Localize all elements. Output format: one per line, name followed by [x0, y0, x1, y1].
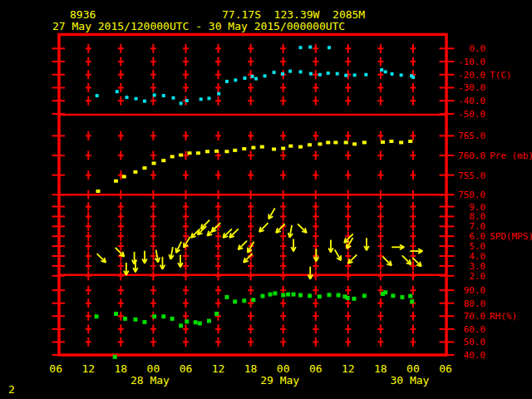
axis-tick-label: 765.0	[458, 131, 485, 141]
humidity-point	[318, 294, 322, 298]
temperature-point	[281, 72, 284, 76]
humidity-point	[346, 296, 350, 300]
axis-tick-label: 2.0	[469, 271, 485, 282]
axis-tick-label: 0.0	[469, 43, 485, 54]
axis-tick-label: -20.0	[458, 70, 485, 81]
axis-tick-label: 40.0	[464, 350, 486, 361]
hour-label: 12	[81, 362, 95, 375]
axis-unit-label: RH(%)	[490, 311, 517, 322]
temperature-point	[225, 80, 229, 83]
pressure-point	[381, 140, 385, 144]
humidity-point	[273, 291, 277, 295]
pressure-point	[214, 150, 219, 153]
pressure-point	[188, 151, 192, 155]
hour-label: 06	[180, 362, 193, 375]
plot-period: 27 May 2015/120000UTC - 30 May 2015/0000…	[52, 20, 345, 32]
page-number: 2	[8, 383, 15, 396]
temperature-point	[180, 101, 183, 105]
temperature-point	[162, 94, 165, 97]
temperature-point	[327, 71, 330, 75]
pressure-point	[326, 140, 330, 144]
pressure-point	[233, 149, 237, 152]
temperature-point	[309, 72, 313, 76]
pressure-point	[224, 150, 229, 153]
humidity-point	[328, 293, 332, 297]
axis-tick-label: 60.0	[464, 324, 486, 335]
axis-tick-label: 50.0	[464, 337, 486, 347]
pressure-point	[333, 140, 337, 144]
temperature-point	[200, 97, 203, 101]
pressure-point	[251, 146, 255, 150]
axis-tick-label: 90.0	[464, 285, 486, 296]
humidity-point	[408, 294, 412, 298]
humidity-point	[113, 355, 117, 359]
humidity-point	[123, 317, 127, 321]
temperature-point	[308, 46, 312, 49]
humidity-point	[308, 293, 312, 298]
temperature-point	[299, 46, 303, 49]
plot-background	[0, 0, 532, 399]
axis-tick-label: 80.0	[464, 298, 486, 309]
humidity-point	[391, 293, 395, 298]
axis-tick-label: -40.0	[458, 96, 485, 106]
humidity-point	[362, 293, 367, 298]
pressure-point	[362, 140, 367, 144]
temperature-point	[299, 70, 303, 73]
humidity-point	[95, 314, 99, 318]
pressure-point	[133, 170, 137, 174]
temperature-point	[234, 78, 237, 81]
temperature-point	[336, 72, 339, 76]
temperature-point	[273, 71, 276, 74]
pressure-point	[389, 140, 393, 143]
temperature-point	[153, 93, 156, 96]
temperature-point	[318, 73, 322, 76]
humidity-point	[214, 312, 219, 316]
temperature-point	[344, 74, 347, 77]
temperature-point	[116, 90, 119, 93]
day-label: 29 May	[260, 374, 299, 387]
hour-label: 18	[115, 362, 128, 375]
humidity-point	[194, 320, 198, 324]
hour-label: 12	[342, 362, 355, 375]
humidity-point	[233, 299, 237, 303]
temperature-point	[400, 73, 403, 76]
humidity-point	[142, 320, 146, 324]
temperature-point	[185, 99, 189, 102]
temperature-point	[207, 96, 210, 100]
station-location: 77.17S 123.39W 2085M	[222, 8, 365, 21]
pressure-point	[408, 140, 412, 143]
temperature-point	[135, 97, 138, 101]
axis-unit-label: SPD(MPS)	[490, 231, 532, 242]
humidity-point	[268, 293, 273, 297]
humidity-point	[298, 293, 303, 298]
timeseries-plot: 0.0-10.0-20.0-30.0-40.0-50.0T(C)765.0760…	[0, 0, 532, 399]
pressure-point	[298, 145, 303, 149]
pressure-point	[205, 150, 209, 153]
axis-unit-label: Pre (mb)	[490, 150, 532, 161]
axis-tick-label: -50.0	[458, 109, 485, 120]
pressure-point	[96, 190, 100, 193]
axis-tick-label: -30.0	[458, 82, 485, 93]
humidity-point	[400, 295, 404, 299]
pressure-point	[170, 155, 175, 158]
temperature-point	[125, 96, 128, 99]
pressure-point	[318, 142, 322, 145]
axis-tick-label: 755.0	[458, 170, 485, 181]
pressure-point	[352, 142, 357, 145]
temperature-point	[328, 46, 331, 49]
hour-label: 06	[309, 362, 323, 375]
pressure-point	[288, 145, 293, 148]
humidity-point	[251, 298, 255, 302]
humidity-point	[185, 319, 189, 323]
temperature-point	[251, 75, 254, 78]
humidity-point	[260, 294, 264, 298]
day-label: 30 May	[390, 374, 429, 387]
humidity-point	[281, 293, 285, 298]
humidity-point	[292, 293, 296, 297]
axis-tick-label: 760.0	[458, 150, 485, 161]
axis-tick-label: 70.0	[464, 311, 486, 322]
axis-tick-label: 750.0	[458, 190, 485, 200]
aws-plot-screen: 0.0-10.0-20.0-30.0-40.0-50.0T(C)765.0760…	[0, 0, 532, 399]
pressure-point	[114, 180, 118, 183]
humidity-point	[224, 295, 229, 299]
